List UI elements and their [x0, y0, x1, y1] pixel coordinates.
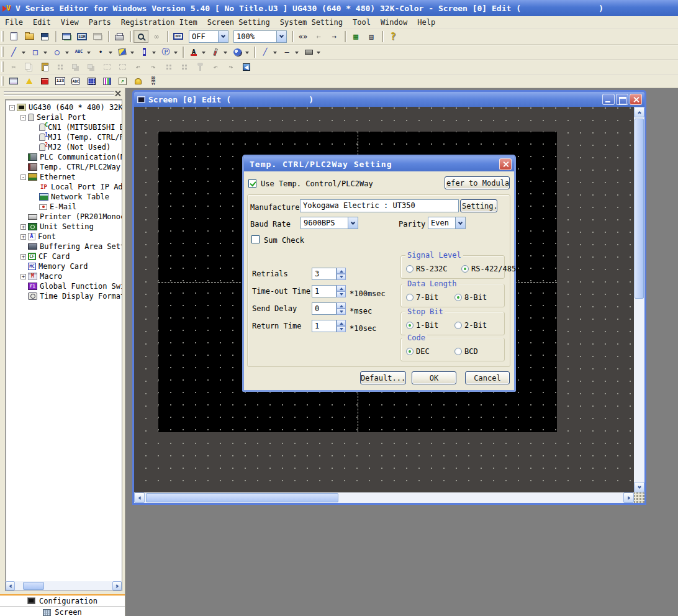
- screen-edit-titlebar[interactable]: Screen [0] Edit ( ): [134, 92, 644, 107]
- scroll-down-arrow[interactable]: [634, 482, 644, 492]
- menu-parts[interactable]: Parts: [84, 18, 116, 27]
- panel-grip[interactable]: [4, 91, 114, 96]
- spin-up-button[interactable]: [337, 285, 346, 291]
- spin-down-button[interactable]: [337, 274, 346, 280]
- radio-icon[interactable]: [454, 348, 462, 355]
- menu-system-setting[interactable]: System Setting: [275, 18, 348, 27]
- tree-scroll-thumb[interactable]: [23, 582, 44, 590]
- fill-style-dropdown-arrow[interactable]: [317, 52, 320, 56]
- time-out-time-spinner[interactable]: [337, 285, 346, 297]
- char-display-part-button[interactable]: ABC: [68, 75, 83, 88]
- line-tool-dropdown-arrow[interactable]: [22, 52, 25, 56]
- copy-button[interactable]: [22, 60, 37, 73]
- tree-item-time-display-format[interactable]: Time Display Format: [6, 291, 122, 301]
- minimize-button[interactable]: [602, 94, 615, 105]
- radio-icon[interactable]: [461, 265, 469, 273]
- alarm-part-button[interactable]: [37, 75, 52, 88]
- collapse-toggle[interactable]: -: [20, 115, 26, 120]
- panel-tab-configuration[interactable]: Configuration: [0, 594, 125, 606]
- item-view-button[interactable]: ▤: [364, 30, 379, 43]
- open-file-button[interactable]: [22, 30, 37, 43]
- rs-422-485-radio-option[interactable]: RS-422/485: [461, 265, 516, 273]
- switch-part-button[interactable]: [6, 75, 21, 88]
- lamp-part-button[interactable]: [22, 75, 37, 88]
- zoom-level-select[interactable]: 100%: [233, 30, 287, 43]
- off-mode-dropdown-arrow[interactable]: [218, 31, 228, 42]
- group-button[interactable]: [99, 60, 114, 73]
- align-button[interactable]: [53, 60, 68, 73]
- radio-icon[interactable]: [406, 294, 414, 301]
- baud-rate-dropdown-arrow[interactable]: [348, 217, 358, 229]
- send-delay-field[interactable]: 0: [312, 302, 337, 315]
- rect-tool-button[interactable]: □: [28, 45, 43, 58]
- pan-tool-button[interactable]: ∞: [149, 30, 164, 43]
- off-indicator-button[interactable]: OFF: [171, 30, 186, 43]
- refer-to-modular-button[interactable]: efer to Modular..: [445, 176, 510, 189]
- calendar-part-button[interactable]: DD MM YY: [146, 75, 161, 88]
- scroll-right-arrow[interactable]: [112, 581, 122, 591]
- redo-button[interactable]: ↷: [224, 60, 238, 73]
- tree-item-local-port-ip-ad[interactable]: Local Port IP Ad: [6, 182, 122, 192]
- rs-232c-radio-option[interactable]: RS-232C: [406, 265, 448, 273]
- tree-item-e-mail[interactable]: E-Mail: [6, 202, 122, 212]
- default-button[interactable]: Default...: [360, 371, 406, 384]
- close-button[interactable]: [630, 94, 642, 105]
- tree-item-plc-communication-m[interactable]: PLC Communication(M: [6, 152, 122, 162]
- ellipse-tool-button[interactable]: ○: [50, 45, 65, 58]
- trend-part-button[interactable]: ↗: [115, 75, 130, 88]
- help-button[interactable]: ?: [386, 30, 400, 43]
- bcd-radio-option[interactable]: BCD: [454, 347, 478, 356]
- undo-button[interactable]: ↶: [208, 60, 223, 73]
- dot-tool-button[interactable]: •: [93, 45, 108, 58]
- manufacture-field[interactable]: Yokogawa Electric : UT350: [300, 199, 459, 212]
- tree-item-network-table[interactable]: Network Table: [6, 192, 122, 202]
- back-button[interactable]: ←: [311, 30, 326, 43]
- resize-grip[interactable]: [634, 492, 644, 503]
- tree-horizontal-scrollbar[interactable]: [6, 581, 122, 591]
- radio-icon[interactable]: [454, 322, 462, 329]
- parity-select[interactable]: Even: [428, 217, 466, 229]
- spin-up-button[interactable]: [337, 268, 346, 274]
- spin-down-button[interactable]: [337, 309, 346, 315]
- item-list-button[interactable]: ▦: [348, 30, 363, 43]
- graph-part-button[interactable]: [99, 75, 114, 88]
- 1-bit-radio-option[interactable]: 1-Bit: [406, 321, 438, 330]
- line-style-button[interactable]: —: [279, 45, 294, 58]
- line-tool-button[interactable]: ╱: [6, 45, 21, 58]
- expand-toggle[interactable]: +: [20, 274, 26, 279]
- tree-item-unit-setting[interactable]: +Unit Setting: [6, 222, 122, 232]
- tree-item-memory-card[interactable]: Memory Card: [6, 261, 122, 271]
- forward-button[interactable]: →: [327, 30, 341, 43]
- paste-button[interactable]: [37, 60, 52, 73]
- screen-jump-button[interactable]: «»: [296, 30, 310, 43]
- tree-item-global-function-swi[interactable]: Global Function Swi: [6, 281, 122, 291]
- ellipse-tool-dropdown-arrow[interactable]: [65, 52, 69, 56]
- palette-button[interactable]: [230, 45, 245, 58]
- fill-style-button[interactable]: [301, 45, 316, 58]
- parity-dropdown-arrow[interactable]: [455, 217, 465, 229]
- tree-item-cf-card[interactable]: +CF Card: [6, 251, 122, 261]
- toolbar-grip[interactable]: [1, 61, 4, 71]
- horizontal-scrollbar[interactable]: [134, 492, 634, 503]
- transfer-download-button[interactable]: [59, 30, 74, 43]
- scroll-up-arrow[interactable]: [634, 107, 644, 117]
- p-mark-tool-dropdown-arrow[interactable]: [174, 52, 178, 56]
- use-temp-checkbox[interactable]: [248, 179, 256, 188]
- rotate-right-button[interactable]: ↷: [146, 60, 161, 73]
- line-style-dropdown-arrow[interactable]: [295, 52, 299, 56]
- retrials-field[interactable]: 3: [312, 268, 337, 280]
- paint-tool-button[interactable]: [115, 45, 130, 58]
- zoom-dropdown-arrow[interactable]: [276, 31, 286, 42]
- sum-check-checkbox[interactable]: [251, 235, 260, 243]
- panel-close-icon[interactable]: [114, 90, 121, 97]
- tree-item-serial-port[interactable]: -Serial Port: [6, 112, 122, 122]
- scroll-left-arrow[interactable]: [134, 492, 145, 503]
- buzzer-part-button[interactable]: [130, 75, 145, 88]
- time-out-time-field[interactable]: 1: [312, 285, 337, 297]
- char-color-dropdown-arrow[interactable]: [202, 52, 206, 56]
- expand-toggle[interactable]: +: [20, 224, 26, 230]
- 2-bit-radio-option[interactable]: 2-Bit: [454, 321, 487, 330]
- collapse-toggle[interactable]: -: [9, 105, 15, 111]
- tile-horizontal-button[interactable]: [161, 60, 176, 73]
- off-mode-select[interactable]: OFF: [189, 30, 228, 43]
